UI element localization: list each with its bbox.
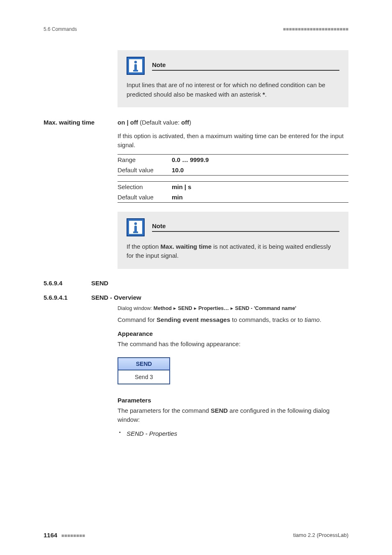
svg-rect-3 [134, 64, 137, 71]
param-table: Selectionmin | s Default valuemin [118, 181, 348, 203]
dialog-prefix: Dialog window: [118, 305, 154, 311]
field-label: Max. waiting time [44, 118, 118, 126]
svg-rect-4 [133, 70, 138, 72]
info-icon [127, 218, 145, 236]
note-body-text: Input lines that are of no interest or f… [127, 81, 325, 98]
cmd-post: . [320, 316, 321, 323]
page-footer: 1164 ■■■■■■■■ tiamo 2.2 (ProcessLab) [44, 532, 348, 539]
appearance-title: Appearance [118, 330, 348, 337]
note-rule [152, 231, 339, 232]
param-label: Default value [118, 192, 172, 203]
svg-rect-9 [133, 231, 138, 233]
dialog-part: SEND - 'Command name' [235, 305, 296, 311]
param-value: min [172, 192, 348, 203]
note-block: Note If the option Max. waiting time is … [118, 212, 348, 269]
param-value: min | s [172, 181, 348, 192]
dialog-path: Dialog window: Method▸SEND▸Properties…▸S… [118, 305, 348, 311]
appearance-intro: The command has the following appearance… [118, 340, 348, 349]
footer-product: tiamo 2.2 (ProcessLab) [293, 532, 348, 538]
cmd-pre: Command for [118, 316, 157, 323]
header-dashes: ■■■■■■■■■■■■■■■■■■■■■■ [283, 26, 348, 32]
section-title: SEND - Overview [91, 294, 141, 301]
onoff-bold: off [181, 119, 189, 126]
dialog-part: SEND [178, 305, 192, 311]
svg-point-7 [134, 222, 137, 224]
send-command-widget: SEND Send 3 [118, 357, 170, 384]
param-table: Range0.0 … 9999.9 Default value10.0 [118, 154, 348, 176]
chevron-right-icon: ▸ [172, 305, 178, 311]
section-number: 5.6.9.4.1 [44, 294, 81, 301]
footer-left: 1164 ■■■■■■■■ [44, 532, 85, 539]
onoff-pre: on | off [118, 119, 138, 126]
parameters-title: Parameters [118, 397, 348, 404]
param-label: Selection [118, 181, 172, 192]
send-widget-header: SEND [118, 358, 169, 370]
footer-dashes: ■■■■■■■■ [61, 533, 85, 539]
svg-point-2 [134, 61, 137, 63]
note-block: Note Input lines that are of no interest… [118, 50, 348, 107]
cmd-mid: to commands, tracks or to [230, 316, 304, 323]
running-header: 5.6 Commands ■■■■■■■■■■■■■■■■■■■■■■ [44, 26, 348, 32]
param-label: Default value [118, 165, 172, 176]
field-desc: If this option is activated, then a maxi… [118, 132, 348, 150]
onoff-post: ) [189, 119, 191, 126]
note-header: Note [127, 57, 339, 75]
page: 5.6 Commands ■■■■■■■■■■■■■■■■■■■■■■ Note… [0, 0, 392, 555]
parameters-list: SEND - Properties [118, 429, 348, 439]
note-title: Note [152, 61, 339, 69]
param-value: 10.0 [172, 165, 348, 176]
info-icon [127, 57, 145, 75]
chevron-right-icon: ▸ [192, 305, 198, 311]
param-label: Range [118, 154, 172, 165]
note-body-post: . [265, 91, 267, 98]
dialog-part: Method [154, 305, 172, 311]
note-body: Input lines that are of no interest or f… [127, 81, 339, 99]
section-heading: 5.6.9.4.1 SEND - Overview [44, 294, 348, 301]
params-intro-pre: The parameters for the command [118, 407, 211, 414]
field-content: on | off (Default value: off) If this op… [118, 118, 348, 208]
section-number: 5.6.9.4 [44, 280, 81, 287]
param-value: 0.0 … 9999.9 [172, 154, 348, 165]
list-item-text: SEND - Properties [127, 430, 177, 437]
note-body: If the option Max. waiting time is not a… [127, 242, 339, 261]
cmd-ital: tiamo [304, 316, 320, 323]
note-rule [152, 70, 339, 71]
dialog-part: Properties… [198, 305, 229, 311]
onoff-mid: (Default value: [138, 119, 181, 126]
send-widget-body: Send 3 [118, 370, 169, 384]
section-title: SEND [91, 280, 108, 287]
cmd-bold: Sending event messages [157, 316, 230, 323]
note-body-bold: Max. waiting time [161, 243, 212, 250]
chevron-right-icon: ▸ [229, 305, 235, 311]
page-number: 1164 [44, 532, 57, 539]
overview-body: Command for Sending event messages to co… [118, 315, 348, 439]
svg-rect-8 [134, 226, 137, 232]
onoff-line: on | off (Default value: off) [118, 118, 348, 127]
section-heading: 5.6.9.4 SEND [44, 280, 348, 287]
header-section-ref: 5.6 Commands [44, 26, 77, 32]
note-body-pre: If the option [127, 243, 161, 250]
note-title: Note [152, 222, 339, 230]
note-header: Note [127, 218, 339, 236]
params-intro-bold: SEND [211, 407, 228, 414]
field-row: Max. waiting time on | off (Default valu… [44, 118, 348, 208]
list-item: SEND - Properties [118, 429, 348, 439]
overview-command-line: Command for Sending event messages to co… [118, 315, 348, 325]
parameters-intro: The parameters for the command SEND are … [118, 406, 348, 425]
